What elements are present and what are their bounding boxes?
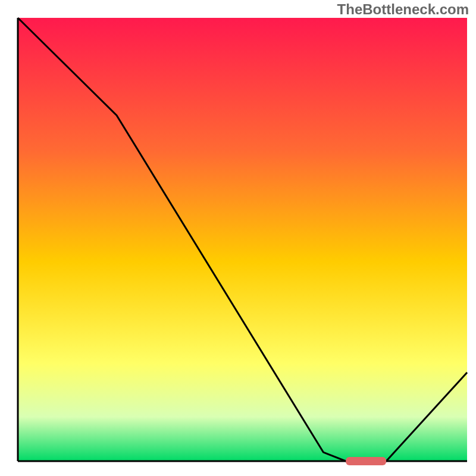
chart-container: TheBottleneck.com xyxy=(0,0,476,476)
bottleneck-chart xyxy=(0,0,476,476)
optimal-marker xyxy=(346,457,386,465)
watermark-text: TheBottleneck.com xyxy=(337,1,469,18)
